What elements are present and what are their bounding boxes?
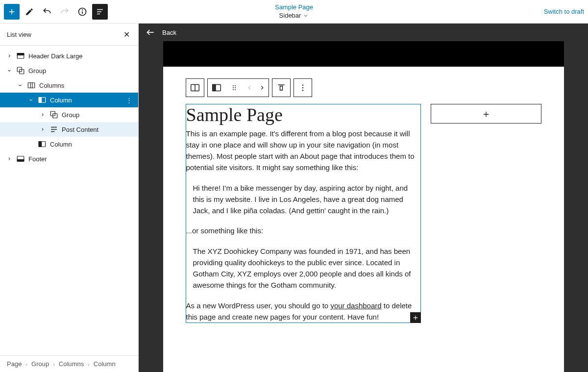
empty-column-appender[interactable]: ＋ <box>431 104 541 124</box>
page-link[interactable]: Sample Page <box>275 3 313 12</box>
back-button[interactable] <box>146 27 155 37</box>
canvas-scroll[interactable]: Sample Page This is an example page. It'… <box>139 41 588 372</box>
chevron-down-icon[interactable] <box>27 98 34 102</box>
tree-row-label: Group <box>62 111 134 119</box>
chevron-right-icon[interactable] <box>6 156 13 161</box>
tree-row-footer[interactable]: Footer <box>0 151 138 166</box>
document-selector[interactable]: Sample Page Sidebar <box>275 3 313 20</box>
undo-button[interactable] <box>39 4 55 20</box>
tree-row-label: Post Content <box>62 126 134 133</box>
columns-icon <box>26 80 36 90</box>
close-list-view-button[interactable]: ✕ <box>122 29 131 39</box>
drag-handle[interactable] <box>225 79 243 97</box>
chevron-right-icon[interactable] <box>39 127 46 132</box>
breadcrumb-separator: › <box>25 361 27 367</box>
columns-block[interactable]: Sample Page This is an example page. It'… <box>186 104 541 323</box>
tree-row-label: Group <box>28 67 134 74</box>
svg-point-36 <box>233 87 234 88</box>
column-block-empty[interactable]: ＋ <box>431 104 541 124</box>
chevron-down-icon[interactable] <box>17 83 24 88</box>
svg-point-44 <box>302 90 303 91</box>
tree-row-header[interactable]: Header Dark Large <box>0 49 138 63</box>
svg-point-39 <box>235 89 236 90</box>
block-breadcrumb: Page›Group›Columns›Column <box>0 355 138 372</box>
column-block-selected[interactable]: Sample Page This is an example page. It'… <box>186 104 421 323</box>
row-options-button[interactable]: ⋮ <box>124 97 134 104</box>
topbar-tools <box>4 4 108 20</box>
quote-block[interactable]: The XYZ Doohickey Company was founded in… <box>193 246 420 291</box>
tree-row-column[interactable]: Column <box>0 137 138 151</box>
list-view-header: List view ✕ <box>0 24 138 46</box>
breadcrumb-item[interactable]: Column <box>94 360 116 368</box>
header-icon <box>16 51 25 61</box>
tree-row-label: Header Dark Large <box>28 52 134 60</box>
list-view-toggle[interactable] <box>92 4 108 20</box>
block-inserter-button[interactable] <box>4 4 20 20</box>
svg-rect-25 <box>39 142 41 147</box>
dashboard-link[interactable]: your dashboard <box>330 301 381 310</box>
block-toolbar <box>186 78 541 97</box>
tree-row-columns[interactable]: Columns <box>0 78 138 93</box>
template-label: Sidebar <box>279 12 301 20</box>
details-button[interactable] <box>74 4 90 20</box>
block-icon-column[interactable] <box>208 79 225 97</box>
block-icon-columns[interactable] <box>186 79 204 97</box>
block-appender-button[interactable]: ＋ <box>410 312 421 323</box>
svg-rect-9 <box>17 53 24 55</box>
svg-point-38 <box>233 89 234 90</box>
svg-rect-41 <box>280 86 282 90</box>
breadcrumb-item[interactable]: Group <box>31 360 49 368</box>
svg-rect-17 <box>39 98 41 103</box>
footer-icon <box>16 154 25 164</box>
column-icon <box>37 139 47 149</box>
breadcrumb-item[interactable]: Columns <box>59 360 84 368</box>
quote-block[interactable]: Hi there! I'm a bike messenger by day, a… <box>193 182 420 217</box>
tree-row-label: Footer <box>28 155 134 163</box>
svg-point-43 <box>302 87 303 88</box>
group-icon <box>49 110 59 120</box>
postcontent-icon <box>49 124 59 134</box>
move-right-button[interactable] <box>256 79 269 97</box>
tree-row-column[interactable]: Column⋮ <box>0 93 138 107</box>
chevron-down-icon[interactable] <box>6 68 13 73</box>
move-left-button[interactable] <box>243 79 256 97</box>
svg-rect-27 <box>17 160 24 162</box>
block-tree: Header Dark LargeGroupColumnsColumn⋮Grou… <box>0 46 138 355</box>
breadcrumb-separator: › <box>53 361 55 367</box>
paragraph-block[interactable]: ...or something like this: <box>186 225 420 236</box>
svg-rect-12 <box>28 83 35 88</box>
chevron-right-icon[interactable] <box>6 53 13 58</box>
tree-row-group[interactable]: Group <box>0 63 138 78</box>
vertical-align-button[interactable] <box>272 79 290 97</box>
tree-row-label: Columns <box>39 82 134 89</box>
edit-tool-button[interactable] <box>22 4 37 20</box>
column-icon <box>37 95 47 105</box>
chevron-right-icon[interactable] <box>39 112 46 117</box>
breadcrumb-separator: › <box>88 361 90 367</box>
back-label[interactable]: Back <box>162 29 176 36</box>
svg-rect-33 <box>212 85 215 91</box>
tree-row-label: Column <box>50 141 134 148</box>
main-area: List view ✕ Header Dark LargeGroupColumn… <box>0 24 588 372</box>
block-options-button[interactable] <box>294 79 312 97</box>
redo-button[interactable] <box>57 4 73 20</box>
svg-point-42 <box>302 85 303 86</box>
group-icon <box>16 66 25 75</box>
list-view-panel: List view ✕ Header Dark LargeGroupColumn… <box>0 24 139 372</box>
breadcrumb-item[interactable]: Page <box>7 360 22 368</box>
page-frame: Sample Page This is an example page. It'… <box>163 41 564 372</box>
post-title[interactable]: Sample Page <box>186 104 420 126</box>
paragraph-block[interactable]: This is an example page. It's different … <box>186 128 420 174</box>
svg-point-4 <box>82 9 83 10</box>
canvas-topbar: Back <box>139 24 588 41</box>
tree-row-group[interactable]: Group <box>0 107 138 122</box>
svg-point-35 <box>235 85 236 86</box>
tree-row-postcontent[interactable]: Post Content <box>0 122 138 137</box>
paragraph-block[interactable]: As a new WordPress user, you should go t… <box>186 300 420 323</box>
list-view-title: List view <box>7 31 31 38</box>
switch-to-draft-button[interactable]: Switch to draft <box>544 8 584 15</box>
tree-row-label: Column <box>50 97 122 104</box>
svg-point-34 <box>233 85 234 86</box>
header-block[interactable] <box>163 41 564 67</box>
editor-topbar: Sample Page Sidebar Switch to draft <box>0 0 588 24</box>
